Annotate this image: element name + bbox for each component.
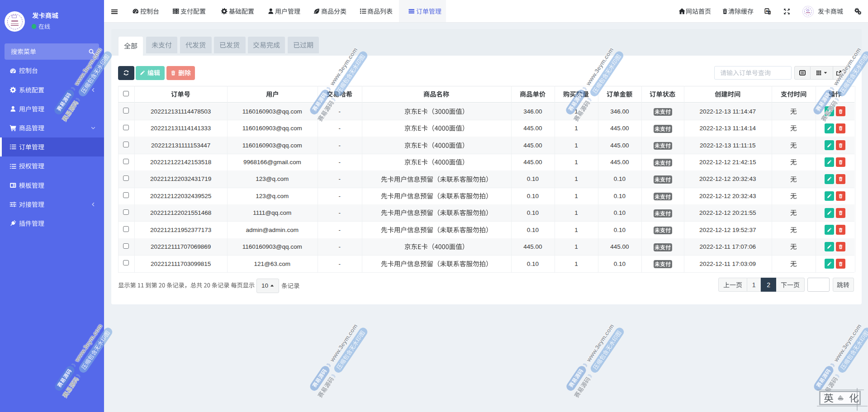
svg-text:A: A — [766, 9, 768, 13]
